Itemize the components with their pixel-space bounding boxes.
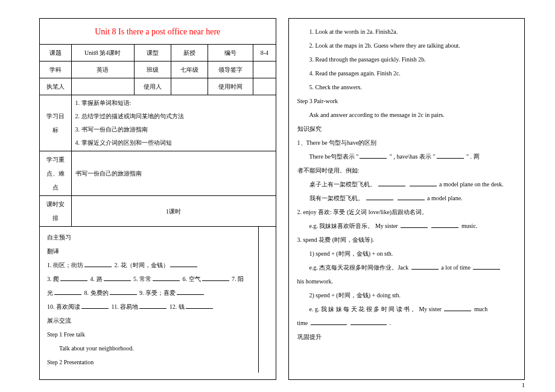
blank: [431, 222, 458, 228]
text: 4. 路: [90, 276, 103, 282]
cell: 新授: [171, 45, 208, 62]
cell: Unit8 第4课时: [71, 45, 134, 62]
blank: [54, 289, 81, 295]
text: 6. 空气: [183, 276, 201, 282]
item: 4. Read the passages again. Finish 2c.: [297, 66, 516, 80]
text: 7. 阳: [232, 276, 244, 282]
blank: [350, 319, 387, 325]
heading: 翻译: [47, 244, 251, 258]
heading: 自主预习: [47, 230, 251, 244]
cell: 8-4: [253, 45, 276, 62]
cell: 领导签字: [208, 62, 253, 78]
text: a model plane on the desk.: [439, 181, 504, 188]
cell: 学科: [40, 62, 71, 78]
cell: 使用人: [134, 78, 171, 95]
text: time: [297, 320, 308, 326]
period-label: 课时安排: [40, 196, 71, 227]
blank: [153, 275, 180, 281]
text: There be句型表示 ": [309, 153, 359, 160]
heading: 巩固提升: [297, 330, 516, 344]
step-body: Talk about your neighborhood.: [47, 341, 251, 355]
text: 8. 免费的: [84, 289, 109, 296]
text: 1. 街区；街坊: [47, 262, 83, 268]
text: 2. 花（时间，金钱）: [115, 262, 169, 268]
text: 3. 爬: [47, 276, 59, 282]
item: 2) spend + (时间，金钱) + doing sth.: [297, 288, 516, 302]
line: time .: [297, 316, 516, 330]
period-text: 1课时: [71, 196, 276, 227]
blank: [366, 194, 393, 200]
step: Step 1 Free talk: [47, 327, 251, 341]
blank: [360, 153, 387, 159]
cell: 使用时间: [208, 78, 253, 95]
text: e.g. 杰克每天花很多时间做作业。Jack: [309, 264, 409, 271]
unit-title: Unit 8 Is there a post office near here: [40, 19, 276, 44]
item: 3. spend 花费 (时间，金钱等).: [297, 233, 516, 247]
cell: 课题: [40, 45, 71, 62]
blank: [104, 275, 131, 281]
focus-text: 书写一份自己的旅游指南: [71, 151, 276, 196]
blank: [411, 264, 439, 270]
text: .: [390, 320, 392, 326]
line: 1. 街区；街坊 2. 花（时间，金钱）: [47, 258, 251, 272]
blank: [139, 303, 166, 309]
line: e. g. 我 妹 妹 每 天 花 很 多 时 间 读 书 。 My siste…: [297, 302, 516, 316]
item: 3. Read through the passages quickly. Fi…: [297, 52, 516, 66]
pre-study: 自主预习 翻译 1. 街区；街坊 2. 花（时间，金钱） 3. 爬 4. 路 5…: [40, 227, 259, 373]
blank: [110, 289, 137, 295]
cell: [71, 78, 134, 95]
text: " , have\has 表示 ": [390, 153, 436, 160]
goal-item: 3. 书写一份自己的旅游指南: [75, 123, 272, 136]
text: 5. 常常: [133, 276, 151, 282]
cell: 执笔人: [40, 78, 71, 95]
blank: [410, 180, 437, 186]
line: 我有一架模型飞机。 a model plane.: [297, 191, 516, 205]
cell: 课型: [134, 45, 171, 62]
text: " . 两: [466, 153, 480, 160]
text: 我有一架模型飞机。: [309, 195, 364, 201]
blank: [186, 303, 213, 309]
cell: 七年级: [171, 62, 208, 78]
cell: [253, 78, 276, 95]
blank: [444, 305, 471, 311]
goal-item: 1. 掌握新单词和短语:: [75, 96, 272, 110]
text: much: [474, 306, 487, 312]
blank: [437, 153, 464, 159]
left-column: Unit 8 Is there a post office near here …: [39, 18, 276, 380]
text: e.g. 我妹妹喜欢听音乐。 My sister: [309, 223, 398, 229]
text: 10. 喜欢阅读: [47, 303, 80, 310]
heading: 知识探究: [297, 122, 516, 136]
goal-item: 2. 总结学过的描述或询问某地的句式方法: [75, 110, 272, 123]
cell: [171, 78, 208, 95]
line: 桌子上有一架模型飞机。 a model plane on the desk.: [297, 177, 516, 191]
goal-item: 4. 掌握近义介词的区别和一些动词短: [75, 136, 272, 150]
line: There be句型表示 " " , have\has 表示 " " . 两: [297, 150, 516, 163]
item: 1) spend + (时间，金钱) + on sth.: [297, 247, 516, 261]
text: 11. 容易地: [112, 303, 139, 310]
item: 2. enjoy 喜欢: 享受 (近义词 love/like)后跟动名词。: [297, 205, 516, 219]
item: 者不能同时使用。例如:: [297, 163, 516, 177]
item: 5. Check the answers.: [297, 80, 516, 94]
item: 2. Look at the maps in 2b. Guess where t…: [297, 39, 516, 52]
line: 光 8. 免费的 9. 享受；喜爱: [47, 286, 251, 300]
line: 10. 喜欢阅读 11. 容易地 12. 钱: [47, 300, 251, 314]
text: a lot of time: [441, 264, 471, 271]
blank: [401, 222, 428, 228]
text: e. g. 我 妹 妹 每 天 花 很 多 时 间 读 书 。 My siste…: [309, 306, 442, 312]
blank: [311, 319, 347, 325]
right-column: 1. Look at the words in 2a. Finish2a. 2.…: [288, 18, 525, 380]
item: 1、There be 句型与have的区别: [297, 136, 516, 150]
page-number: 1: [522, 382, 525, 388]
blank: [170, 261, 197, 267]
text: a model plane.: [427, 195, 463, 201]
blank: [60, 275, 87, 281]
cell: 英语: [71, 62, 134, 78]
goal-cell: 1. 掌握新单词和短语: 2. 总结学过的描述或询问某地的句式方法 3. 书写一…: [71, 95, 276, 151]
blank: [84, 261, 112, 267]
heading: 展示交流: [47, 314, 251, 327]
text: 桌子上有一架模型飞机。: [309, 181, 376, 188]
cell: 编号: [208, 45, 253, 62]
blank: [378, 180, 405, 186]
step-body: Ask and answer according to the message …: [297, 108, 516, 122]
blank: [81, 303, 109, 309]
